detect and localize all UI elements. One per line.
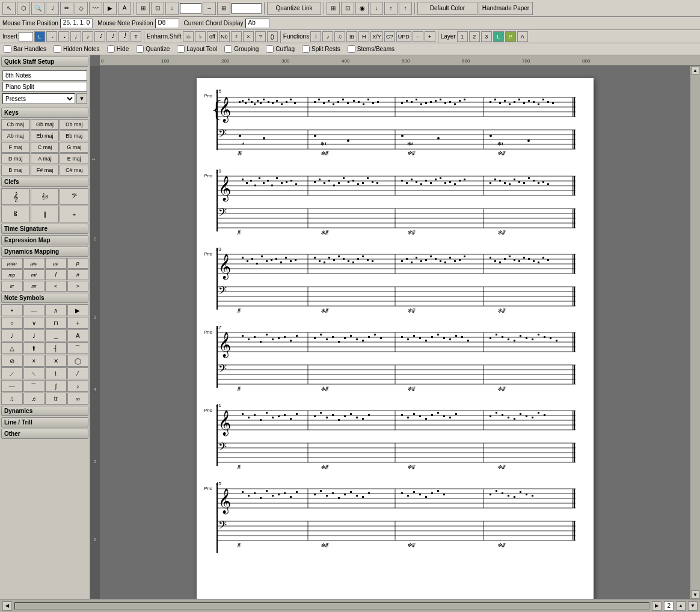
enharm-no-btn[interactable]: No (219, 31, 230, 42)
default-color-btn[interactable]: Default Color (417, 2, 477, 15)
sym-dot[interactable]: • (1, 304, 23, 316)
sym-note1[interactable]: ♩ (1, 329, 23, 341)
func-btn-1[interactable]: i (310, 31, 321, 42)
key-db-maj[interactable]: Db maj (60, 119, 88, 130)
cb-hide[interactable]: Hide (107, 45, 129, 53)
cb-hide-input[interactable] (107, 45, 115, 53)
bottom-scroll-left-btn[interactable]: ◀ (2, 601, 12, 611)
cb-layout-tool[interactable]: Layout Tool (177, 45, 217, 53)
dyn-mp[interactable]: mp (1, 269, 23, 280)
clef-perc-1[interactable]: ‖ (31, 206, 60, 222)
key-c-maj[interactable]: C maj (31, 142, 60, 153)
note-val-3[interactable]: ♩ (70, 31, 81, 42)
cb-bar-handles-input[interactable] (4, 45, 11, 53)
note-symbols-header[interactable]: Note Symbols (1, 293, 88, 303)
cb-stems-beams[interactable]: Stems/Beams (348, 45, 395, 53)
sym-note2[interactable]: ♩ (23, 329, 45, 341)
sym-arc[interactable]: ⌒ (23, 380, 45, 392)
note-val-2[interactable]: 𝅘 (58, 31, 69, 42)
key-a-maj[interactable]: A maj (31, 153, 60, 164)
func-btn-7[interactable]: C? (384, 31, 395, 42)
key-eb-maj[interactable]: Eb maj (31, 130, 60, 141)
cb-grouping[interactable]: Grouping (224, 45, 259, 53)
key-cs-maj[interactable]: C# maj (60, 165, 88, 176)
line-trill-btn[interactable]: Line / Trill (1, 417, 88, 427)
keys-header[interactable]: Keys (1, 108, 88, 118)
sym-line[interactable]: ⎯ (45, 329, 67, 341)
midi-btn-4[interactable]: ↓ (370, 2, 383, 15)
quick-staff-setup-header[interactable]: Quick Staff Setup (1, 57, 88, 67)
key-b-maj[interactable]: B maj (1, 165, 30, 176)
cb-hidden-notes[interactable]: Hidden Notes (54, 45, 100, 53)
sym-tri[interactable]: △ (1, 342, 23, 354)
key-ab-maj[interactable]: Ab maj (1, 130, 30, 141)
presets-select[interactable]: Presets (2, 93, 75, 104)
sym-inf[interactable]: ∞ (67, 393, 89, 405)
pencil-tool-btn[interactable]: ✏ (60, 2, 73, 15)
note-val-6[interactable]: 𝅘𝅥𝅯 (106, 31, 117, 42)
sym-sixteenth[interactable]: ♬ (23, 393, 45, 405)
cb-bar-handles[interactable]: Bar Handles (4, 45, 46, 53)
key-e-maj[interactable]: E maj (60, 153, 88, 164)
bottom-arrow-up-btn[interactable]: ▲ (676, 601, 686, 611)
note-val-7[interactable]: 𝅘𝅥𝅱 (118, 31, 129, 42)
dyn-f[interactable]: f (45, 269, 67, 280)
insert-val-input[interactable]: 1 (19, 32, 33, 41)
sym-slash-o[interactable]: ⊘ (1, 355, 23, 367)
sym-integral[interactable]: ∫ (45, 380, 67, 392)
l-btn[interactable]: L (34, 31, 45, 42)
key-f-maj[interactable]: F maj (1, 142, 30, 153)
clef-treble-1[interactable]: 𝄞 (1, 188, 30, 205)
layer-l-btn[interactable]: L (493, 31, 504, 42)
sym-trill[interactable]: tr (45, 393, 67, 405)
midi-btn-2[interactable]: ⊡ (341, 2, 354, 15)
enharm-paren-btn[interactable]: () (267, 31, 278, 42)
dyn-ff[interactable]: ff (67, 269, 89, 280)
func-btn-4[interactable]: ⊞ (346, 31, 357, 42)
midi-btn-5[interactable]: ↑ (384, 2, 398, 15)
dynamics-mapping-header[interactable]: Dynamics Mapping (1, 246, 88, 257)
dynamics-btn[interactable]: Dynamics (1, 406, 88, 416)
score-scroll[interactable]: Pno 25 { (100, 66, 690, 599)
bottom-scroll-right-btn[interactable]: ▶ (652, 601, 662, 611)
func-btn-upd[interactable]: UPD (396, 31, 411, 42)
clef-perc-2[interactable]: ÷ (60, 206, 88, 222)
zoom-tool-btn[interactable]: 🔍 (31, 2, 45, 15)
erase-tool-btn[interactable]: ◇ (75, 2, 88, 15)
clef-treble-2[interactable]: 𝄞8 (31, 188, 60, 205)
unknown-btn-1[interactable]: ⊞ (137, 2, 150, 15)
time-sig-header[interactable]: Time Signature (1, 224, 88, 234)
sym-circle[interactable]: ○ (1, 317, 23, 329)
func-btn-plus[interactable]: + (425, 31, 435, 42)
unknown-btn-4[interactable]: ⊞ (217, 2, 230, 15)
line-tool-btn[interactable]: 〰 (89, 2, 102, 15)
cb-hidden-notes-input[interactable] (54, 45, 61, 53)
cb-grouping-input[interactable] (224, 45, 232, 53)
select-tool-btn[interactable]: ⬡ (17, 2, 30, 15)
text-tool-btn[interactable]: A (118, 2, 131, 15)
dyn-cresc[interactable]: < (45, 281, 67, 292)
cb-cutflag[interactable]: Cutflag (266, 45, 295, 53)
dyn-ppp[interactable]: ppp (23, 258, 45, 269)
key-g-maj[interactable]: G maj (60, 142, 88, 153)
key-bb-maj[interactable]: Bb maj (60, 130, 88, 141)
scroll-track[interactable] (692, 75, 699, 590)
enharm-q-btn[interactable]: ? (255, 31, 266, 42)
presets-dropdown-btn[interactable]: ▼ (76, 93, 87, 104)
scroll-up-btn[interactable]: ▲ (691, 66, 699, 75)
sym-cross[interactable]: ✕ (45, 355, 67, 367)
enharm-off-btn[interactable]: off (207, 31, 218, 42)
sym-v[interactable]: ∨ (23, 317, 45, 329)
midi-btn-1[interactable]: ⊞ (327, 2, 340, 15)
play-btn[interactable]: ▶ (103, 2, 117, 15)
position-input[interactable]: 1/16 (232, 3, 262, 14)
key-gb-maj[interactable]: Gb maj (31, 119, 60, 130)
key-d-maj[interactable]: D maj (1, 153, 30, 164)
sym-square[interactable]: ⊓ (45, 317, 67, 329)
sym-horiz[interactable]: — (1, 380, 23, 392)
zoom-out-btn[interactable]: – (203, 2, 216, 15)
cb-quantize-input[interactable] (136, 45, 144, 53)
sym-diag1[interactable]: ⟋ (1, 367, 23, 379)
note-val-4[interactable]: ♪ (82, 31, 93, 42)
dyn-decresc[interactable]: > (67, 281, 89, 292)
